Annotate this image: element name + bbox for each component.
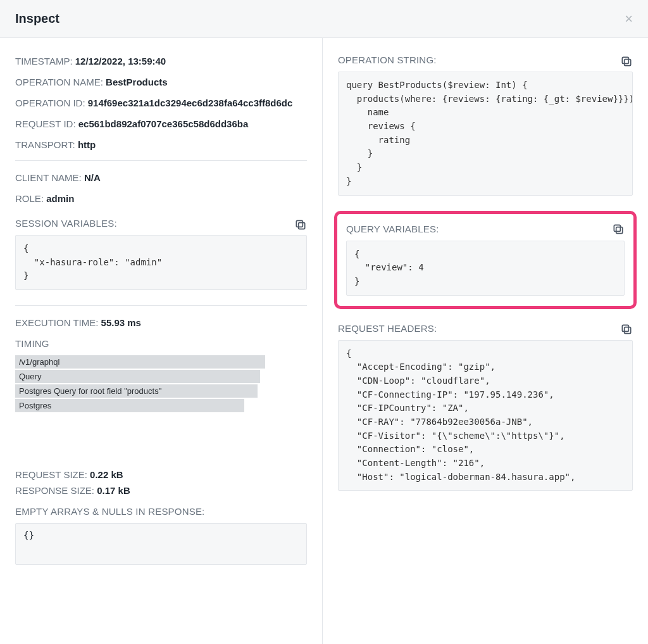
field-response-size: RESPONSE SIZE: 0.17 kB	[15, 485, 307, 496]
label: OPERATION NAME:	[15, 77, 103, 87]
query-variables-label: QUERY VARIABLES:	[346, 224, 439, 234]
request-headers-label: REQUEST HEADERS:	[338, 323, 437, 334]
query-variables-code: { "review": 4 }	[346, 241, 625, 296]
close-icon[interactable]: ×	[625, 12, 633, 26]
empty-arrays-code: {}	[15, 523, 307, 565]
session-variables-label: SESSION VARIABLES:	[15, 218, 117, 229]
timing-row: Postgres Query for root field "products"	[15, 384, 258, 398]
request-headers-code: { "Accept-Encoding": "gzip", "CDN-Loop":…	[338, 340, 633, 491]
value: admin	[46, 193, 74, 204]
operation-string-code: query BestProducts($review: Int) { produ…	[338, 72, 633, 196]
value: 0.17 kB	[97, 485, 130, 496]
copy-icon[interactable]	[294, 218, 307, 231]
field-operation-id: OPERATION ID: 914f69ec321a1dc3294ec6d238…	[15, 98, 307, 108]
modal-body: TIMESTAMP: 12/12/2022, 13:59:40 OPERATIO…	[0, 38, 648, 644]
value: ec561bd892af0707ce365c58d6dd36ba	[78, 118, 249, 129]
label: RESPONSE SIZE:	[15, 485, 94, 496]
page-title: Inspect	[15, 11, 59, 26]
label: TRANSPORT:	[15, 139, 75, 150]
value: http	[78, 139, 96, 150]
operation-string-section: OPERATION STRING: query BestProducts($re…	[338, 51, 633, 196]
value: 0.22 kB	[90, 469, 123, 480]
divider	[15, 160, 307, 161]
label: REQUEST SIZE:	[15, 469, 87, 480]
timing-chart: /v1/graphql Query Postgres Query for roo…	[15, 355, 307, 412]
left-panel: TIMESTAMP: 12/12/2022, 13:59:40 OPERATIO…	[0, 38, 323, 644]
right-panel: OPERATION STRING: query BestProducts($re…	[323, 38, 648, 644]
value: 55.93 ms	[101, 317, 141, 328]
field-request-size: REQUEST SIZE: 0.22 kB	[15, 469, 307, 480]
timing-row: Postgres	[15, 399, 244, 412]
label: ROLE:	[15, 193, 44, 204]
timing-row: Query	[15, 370, 260, 383]
operation-string-label: OPERATION STRING:	[338, 54, 437, 65]
label: OPERATION ID:	[15, 98, 85, 108]
label: EXECUTION TIME:	[15, 317, 98, 328]
field-client-name: CLIENT NAME: N/A	[15, 172, 307, 183]
copy-icon[interactable]	[612, 223, 625, 236]
query-variables-highlight: QUERY VARIABLES: { "review": 4 }	[334, 211, 637, 309]
session-variables-code: { "x-hasura-role": "admin" }	[15, 235, 307, 290]
session-variables-header: SESSION VARIABLES:	[15, 214, 307, 235]
empty-arrays-label: EMPTY ARRAYS & NULLS IN RESPONSE:	[15, 506, 307, 517]
field-execution-time: EXECUTION TIME: 55.93 ms	[15, 317, 307, 328]
value: BestProducts	[106, 77, 168, 87]
copy-icon[interactable]	[620, 323, 633, 336]
label: REQUEST ID:	[15, 118, 76, 129]
field-transport: TRANSPORT: http	[15, 139, 307, 150]
label: CLIENT NAME:	[15, 172, 82, 183]
timing-row: /v1/graphql	[15, 355, 265, 369]
field-role: ROLE: admin	[15, 193, 307, 204]
value: N/A	[84, 172, 101, 183]
value: 12/12/2022, 13:59:40	[75, 56, 166, 66]
field-request-id: REQUEST ID: ec561bd892af0707ce365c58d6dd…	[15, 118, 307, 129]
modal-header: Inspect ×	[0, 0, 648, 38]
field-operation-name: OPERATION NAME: BestProducts	[15, 77, 307, 87]
label: TIMESTAMP:	[15, 56, 73, 66]
request-headers-section: REQUEST HEADERS: { "Accept-Encoding": "g…	[338, 319, 633, 491]
value: 914f69ec321a1dc3294ec6d238fa64cc3ff8d6dc	[88, 98, 293, 108]
copy-icon[interactable]	[620, 55, 633, 68]
timing-label: TIMING	[15, 338, 307, 349]
divider	[15, 305, 307, 306]
field-timestamp: TIMESTAMP: 12/12/2022, 13:59:40	[15, 56, 307, 66]
